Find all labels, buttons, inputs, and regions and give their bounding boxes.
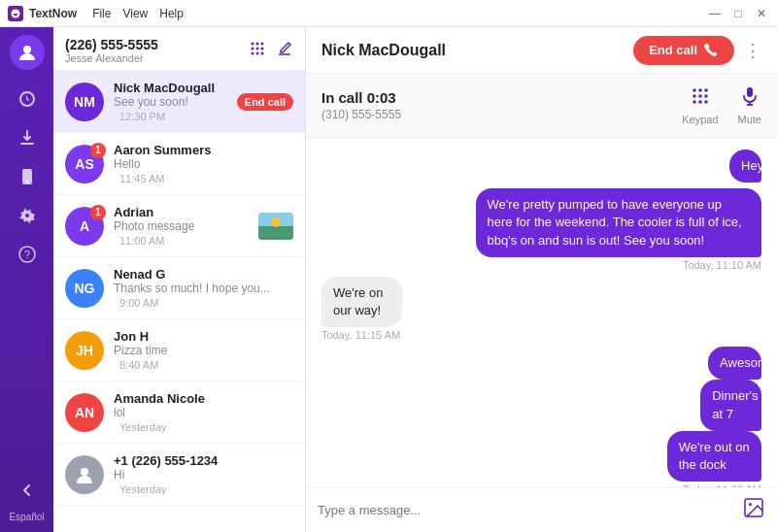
contact-header-icons: [249, 40, 293, 62]
phone-owner-name: Jesse Alexander: [65, 52, 249, 64]
contact-name-jonh: Jon H: [114, 329, 293, 344]
minimize-button[interactable]: —: [707, 7, 723, 20]
badge-adrian: 1: [90, 205, 106, 220]
end-call-button[interactable]: End call: [633, 36, 734, 65]
messages-area: Hey! We're pretty pumped to have everyon…: [306, 138, 777, 487]
msg-time: Today, 11:15 AM: [321, 329, 400, 341]
more-options-icon[interactable]: ⋮: [744, 40, 761, 61]
contact-time-jonh: 8:40 AM: [119, 359, 293, 371]
svg-point-32: [749, 503, 752, 506]
chat-header: Nick MacDougall End call ⋮: [306, 27, 777, 74]
contact-item-unknown[interactable]: +1 (226) 555-1234 Hi Yesterday: [53, 444, 305, 506]
msg-row: We're out on the dock: [616, 431, 761, 482]
mute-button[interactable]: Mute: [738, 85, 761, 125]
mute-label: Mute: [738, 114, 761, 125]
contact-time-unknown: Yesterday: [119, 483, 293, 495]
contact-name-nenadg: Nenad G: [114, 267, 293, 282]
contact-preview-unknown: Hi: [114, 468, 293, 482]
window-controls: — □ ✕: [707, 7, 769, 20]
contact-preview-aaron: Hello: [114, 157, 293, 171]
svg-rect-16: [258, 226, 293, 240]
contact-item-adrian[interactable]: 1 A Adrian Photo message 11:00 AM: [53, 195, 305, 257]
msg-group-hey: Hey!: [321, 150, 761, 183]
main-layout: ? Español (226) 555-5555 Jesse Alexander: [0, 27, 777, 532]
contact-preview-nenadg: Thanks so much! I hope you...: [114, 282, 293, 295]
sidebar-item-speed[interactable]: [10, 82, 45, 116]
msg-bubble: Awesome!: [708, 347, 761, 380]
menu-view[interactable]: View: [122, 7, 148, 20]
avatar-nenadg: NG: [65, 269, 104, 308]
svg-point-25: [693, 100, 696, 104]
msg-bubble: Dinner's at 7: [700, 380, 761, 430]
msg-row: We're pretty pumped to have everyone up …: [321, 188, 761, 257]
contact-info-adrian: Adrian Photo message 11:00 AM: [114, 205, 253, 247]
contact-name-amanda: Amanda Nicole: [114, 391, 293, 406]
svg-point-21: [704, 88, 708, 92]
svg-point-8: [261, 42, 264, 45]
avatar-adrian: 1 A: [65, 207, 104, 246]
menu-file[interactable]: File: [92, 7, 111, 20]
contact-info-nick: Nick MacDougall See you soon! 12:30 PM: [114, 81, 237, 122]
keypad-icon: [690, 85, 711, 112]
svg-point-1: [23, 46, 31, 53]
image-send-icon[interactable]: [742, 496, 765, 524]
badge-aaron: 1: [90, 143, 106, 158]
compose-icon[interactable]: [276, 40, 293, 62]
contact-info-amanda: Amanda Nicole lol Yesterday: [114, 391, 293, 433]
svg-point-23: [698, 94, 702, 98]
msg-bubble: We're pretty pumped to have everyone up …: [476, 188, 761, 257]
titlebar: TextNow File View Help — □ ✕: [0, 0, 777, 27]
maximize-button[interactable]: □: [730, 7, 746, 20]
svg-point-10: [256, 47, 259, 50]
svg-point-3: [25, 181, 27, 183]
svg-point-14: [261, 51, 264, 54]
svg-point-9: [252, 47, 254, 50]
contact-item-amanda[interactable]: AN Amanda Nicole lol Yesterday: [53, 382, 305, 444]
chat-panel: Nick MacDougall End call ⋮ In call 0:03 …: [306, 27, 777, 532]
contact-info-unknown: +1 (226) 555-1234 Hi Yesterday: [114, 453, 293, 495]
contact-time-nenadg: 9:00 AM: [119, 297, 293, 309]
message-input[interactable]: [318, 503, 734, 517]
sidebar-bottom: Español: [9, 473, 44, 532]
language-label[interactable]: Español: [9, 512, 44, 522]
sidebar-item-settings[interactable]: [10, 198, 45, 233]
avatar-amanda: AN: [65, 393, 104, 432]
contact-header: (226) 555-5555 Jesse Alexander: [53, 27, 305, 71]
contact-info-aaron: Aaron Summers Hello 11:45 AM: [114, 143, 293, 184]
svg-point-12: [252, 51, 254, 54]
contact-preview-jonh: Pizza time: [114, 344, 293, 357]
user-avatar[interactable]: [10, 35, 45, 70]
msg-bubble: Hey!: [729, 150, 761, 183]
msg-time: Today, 11:10 AM: [683, 259, 761, 271]
close-button[interactable]: ✕: [754, 7, 769, 20]
contact-panel: (226) 555-5555 Jesse Alexander: [53, 27, 306, 532]
svg-point-22: [693, 94, 696, 98]
chat-contact-name: Nick MacDougall: [321, 42, 446, 59]
phone-number: (226) 555-5555: [65, 37, 249, 52]
contact-preview-adrian: Photo message: [114, 219, 253, 233]
msg-row: Hey!: [712, 150, 761, 183]
contact-item-jonh[interactable]: JH Jon H Pizza time 8:40 AM: [53, 319, 305, 382]
sidebar: ? Español: [0, 27, 53, 532]
dialpad-icon[interactable]: [249, 40, 266, 62]
contact-info-nenadg: Nenad G Thanks so much! I hope you... 9:…: [114, 267, 293, 309]
svg-point-6: [252, 42, 254, 45]
contact-name-nick: Nick MacDougall: [114, 81, 237, 95]
contact-time-adrian: 11:00 AM: [119, 235, 253, 247]
app-icon: [8, 6, 23, 21]
sidebar-item-download[interactable]: [10, 120, 45, 155]
contact-item-aaron[interactable]: 1 AS Aaron Summers Hello 11:45 AM: [53, 133, 305, 195]
svg-text:?: ?: [23, 249, 29, 260]
contact-item-nick[interactable]: NM Nick MacDougall See you soon! 12:30 P…: [53, 71, 305, 133]
end-call-badge-nick: End call: [237, 93, 293, 111]
sidebar-item-back[interactable]: [9, 473, 44, 508]
menu-help[interactable]: Help: [159, 7, 184, 20]
svg-point-26: [698, 100, 702, 104]
keypad-button[interactable]: Keypad: [682, 85, 718, 125]
contact-name-unknown: +1 (226) 555-1234: [114, 453, 293, 468]
call-info: In call 0:03 (310) 555-5555: [321, 89, 401, 121]
input-bar: [306, 487, 777, 532]
contact-item-nenadg[interactable]: NG Nenad G Thanks so much! I hope you...…: [53, 257, 305, 319]
sidebar-item-help[interactable]: ?: [10, 237, 45, 272]
sidebar-item-phone[interactable]: [10, 159, 45, 194]
